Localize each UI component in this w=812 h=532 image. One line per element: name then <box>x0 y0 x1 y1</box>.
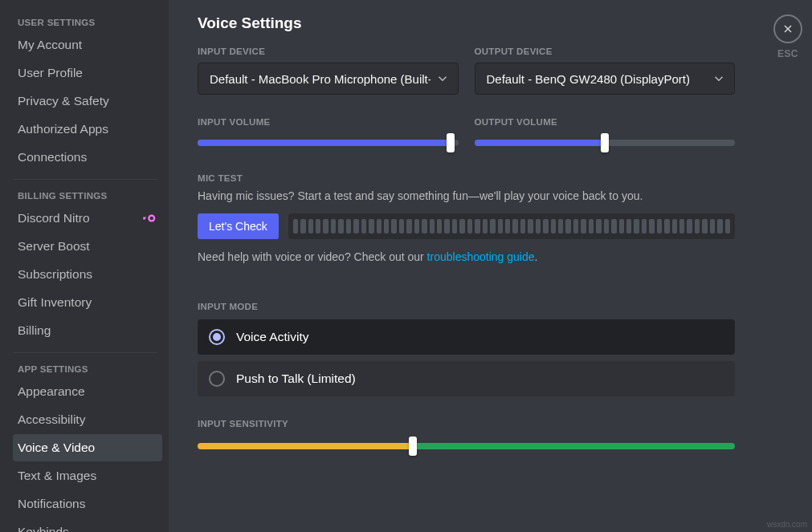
mic-test-label: MIC TEST <box>198 173 735 183</box>
mic-test-description: Having mic issues? Start a test and say … <box>198 189 735 202</box>
watermark: wsxdn.com <box>767 520 807 529</box>
meter-bar <box>573 219 578 234</box>
sidebar-item-label: Accessibility <box>18 412 85 428</box>
meter-bar <box>361 219 366 234</box>
meter-bar <box>672 219 677 234</box>
meter-bar <box>399 219 404 234</box>
input-volume-slider[interactable] <box>198 135 459 151</box>
mic-level-meter <box>288 213 735 239</box>
sidebar-item-user-profile[interactable]: User Profile <box>13 59 162 87</box>
sidebar-header-user-settings: USER SETTINGS <box>13 14 162 30</box>
input-sensitivity-slider[interactable] <box>198 438 735 454</box>
sidebar-item-label: Server Boost <box>18 238 90 254</box>
meter-bar <box>687 219 692 234</box>
sidebar-item-notifications[interactable]: Notifications <box>13 490 162 518</box>
meter-bar <box>634 219 639 234</box>
sidebar-item-privacy-safety[interactable]: Privacy & Safety <box>13 87 162 115</box>
output-volume-slider[interactable] <box>475 135 736 151</box>
svg-point-1 <box>150 217 154 221</box>
troubleshooting-link[interactable]: troubleshooting guide <box>427 250 535 263</box>
sidebar-item-label: Billing <box>18 323 51 339</box>
input-device-label: INPUT DEVICE <box>198 47 459 56</box>
sidebar-item-label: Voice & Video <box>18 440 95 456</box>
meter-bar <box>505 219 510 234</box>
meter-bar <box>679 219 684 234</box>
sidebar-item-my-account[interactable]: My Account <box>13 31 162 59</box>
meter-bar <box>459 219 464 234</box>
meter-bar <box>452 219 457 234</box>
meter-bar <box>338 219 343 234</box>
sidebar-divider <box>13 179 157 180</box>
meter-bar <box>695 219 700 234</box>
meter-bar <box>589 219 594 234</box>
meter-bar <box>331 219 336 234</box>
meter-bar <box>604 219 609 234</box>
slider-thumb[interactable] <box>409 437 417 456</box>
close-icon <box>781 22 794 35</box>
chevron-down-icon <box>435 71 450 86</box>
sidebar-item-billing[interactable]: Billing <box>13 317 162 344</box>
meter-bar <box>536 219 541 234</box>
mic-test-button[interactable]: Let's Check <box>198 213 279 239</box>
sidebar-item-label: My Account <box>18 37 82 53</box>
sidebar-item-gift-inventory[interactable]: Gift Inventory <box>13 289 162 316</box>
meter-bar <box>558 219 563 234</box>
sidebar-item-voice-video[interactable]: Voice & Video <box>13 434 162 461</box>
meter-bar <box>377 219 382 234</box>
radio-icon <box>209 329 225 345</box>
settings-sidebar: USER SETTINGS My Account User Profile Pr… <box>0 0 169 532</box>
sidebar-item-accessibility[interactable]: Accessibility <box>13 406 162 433</box>
output-device-select[interactable]: Default - BenQ GW2480 (DisplayPort) <box>475 63 736 95</box>
help-prefix: Need help with voice or video? Check out… <box>198 250 427 263</box>
sidebar-item-text-images[interactable]: Text & Images <box>13 462 162 489</box>
sidebar-item-keybinds[interactable]: Keybinds <box>13 518 162 532</box>
chevron-down-icon <box>712 71 726 86</box>
input-device-select[interactable]: Default - MacBook Pro Microphone (Built-… <box>198 63 459 95</box>
close-button[interactable] <box>773 14 802 43</box>
meter-bar <box>346 219 351 234</box>
meter-bar <box>657 219 662 234</box>
sidebar-item-connections[interactable]: Connections <box>13 144 162 171</box>
input-mode-push-to-talk[interactable]: Push to Talk (Limited) <box>198 361 735 396</box>
meter-bar <box>664 219 669 234</box>
meter-bar <box>611 219 616 234</box>
meter-bar <box>475 219 479 234</box>
sidebar-header-app-settings: APP SETTINGS <box>13 361 162 377</box>
input-sensitivity-label: INPUT SENSITIVITY <box>198 419 735 428</box>
help-suffix: . <box>535 250 538 263</box>
sidebar-divider <box>13 352 157 353</box>
meter-bar <box>626 219 631 234</box>
sidebar-item-appearance[interactable]: Appearance <box>13 378 162 405</box>
esc-label: ESC <box>777 48 798 59</box>
nitro-badge-icon <box>141 213 156 224</box>
meter-bar <box>406 219 411 234</box>
output-volume-label: OUTPUT VOLUME <box>475 117 736 127</box>
meter-bar <box>649 219 654 234</box>
sidebar-item-server-boost[interactable]: Server Boost <box>13 233 162 260</box>
sidebar-item-authorized-apps[interactable]: Authorized Apps <box>13 116 162 143</box>
meter-bar <box>414 219 419 234</box>
meter-bar <box>444 219 449 234</box>
meter-bar <box>353 219 358 234</box>
slider-thumb[interactable] <box>447 133 455 152</box>
meter-bar <box>702 219 707 234</box>
meter-bar <box>437 219 442 234</box>
meter-bar <box>565 219 570 234</box>
meter-bar <box>725 219 730 234</box>
radio-label: Push to Talk (Limited) <box>236 372 356 386</box>
sidebar-item-discord-nitro[interactable]: Discord Nitro <box>13 205 162 232</box>
meter-bar <box>422 219 426 234</box>
meter-bar <box>642 219 647 234</box>
page-title: Voice Settings <box>198 14 735 32</box>
sidebar-item-subscriptions[interactable]: Subscriptions <box>13 261 162 288</box>
meter-bar <box>490 219 495 234</box>
sidebar-item-label: Appearance <box>18 384 85 400</box>
slider-thumb[interactable] <box>601 133 609 152</box>
sidebar-item-label: Discord Nitro <box>18 210 90 226</box>
meter-bar <box>551 219 556 234</box>
meter-bar <box>467 219 472 234</box>
input-mode-voice-activity[interactable]: Voice Activity <box>198 319 735 355</box>
meter-bar <box>308 219 313 234</box>
meter-bar <box>316 219 320 234</box>
meter-bar <box>581 219 586 234</box>
